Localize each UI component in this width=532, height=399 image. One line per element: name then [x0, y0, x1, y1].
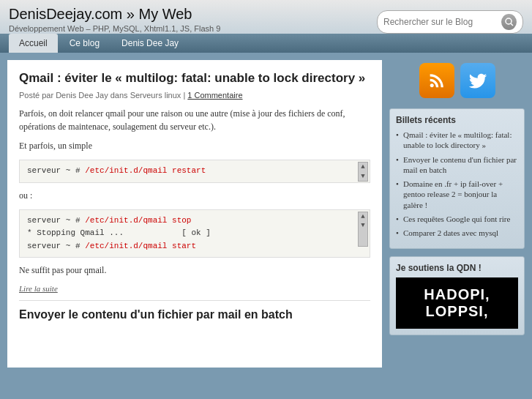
- recent-link-5[interactable]: Comparer 2 dates avec mysql: [403, 228, 498, 237]
- post-1-body4: Ne suffit pas pour qmail.: [19, 264, 370, 277]
- tagline: Développement Web – PHP, MySQL, Xhtml1.1…: [9, 24, 220, 33]
- recent-posts-title: Billets récents: [396, 115, 518, 125]
- recent-item-4: Ces requêtes Google qui font rire: [396, 214, 518, 224]
- post-1-body: Parfois, on doit relancer qmail pour une…: [19, 107, 370, 152]
- code-block-1: serveur ~ # /etc/init.d/qmail restart ▲ …: [19, 160, 370, 183]
- header: DenisDeejay.com » My Web Développement W…: [0, 0, 532, 34]
- twitter-icon[interactable]: [460, 63, 495, 98]
- main: Qmail : éviter le « multilog: fatal: una…: [0, 53, 532, 375]
- post-1: Qmail : éviter le « multilog: fatal: una…: [19, 70, 370, 293]
- svg-point-0: [506, 18, 512, 24]
- nav: Accueil Ce blog Denis Dee Jay: [0, 34, 532, 53]
- search-input[interactable]: [383, 17, 501, 27]
- search-icon[interactable]: [501, 14, 517, 30]
- scroll-down-arrow[interactable]: ▼: [361, 172, 364, 182]
- post-divider: [19, 300, 370, 301]
- qdn-box: Je soutiens la QDN ! HADOPI,LOPPSI,: [389, 256, 525, 335]
- code-2-line-2: * Stopping Qmail ... [ ok ]: [27, 227, 355, 240]
- hadopi-text: HADOPI,LOPPSI,: [424, 286, 490, 319]
- nav-item-denis[interactable]: Denis Dee Jay: [111, 34, 189, 53]
- recent-item-3: Domaine en .fr + ip fail-over + gentoo r…: [396, 179, 518, 210]
- post-1-comments-link[interactable]: 1 Commentaire: [187, 91, 242, 100]
- scroll-up-arrow-2[interactable]: ▲: [361, 212, 364, 222]
- qdn-title: Je soutiens la QDN !: [396, 263, 518, 273]
- recent-link-2[interactable]: Envoyer le contenu d'un fichier par mail…: [403, 155, 517, 174]
- scroll-down-arrow-2[interactable]: ▼: [361, 221, 364, 231]
- recent-item-2: Envoyer le contenu d'un fichier par mail…: [396, 154, 518, 176]
- content-area: Qmail : éviter le « multilog: fatal: una…: [7, 60, 382, 368]
- recent-link-4[interactable]: Ces requêtes Google qui font rire: [403, 215, 510, 223]
- code-1-prompt: serveur ~ #: [27, 166, 80, 175]
- search-box[interactable]: [377, 10, 523, 34]
- site-title: DenisDeejay.com » My Web: [9, 6, 220, 23]
- hadopi-box: HADOPI,LOPPSI,: [396, 277, 518, 329]
- post-1-body3: ou :: [19, 189, 370, 202]
- recent-link-3[interactable]: Domaine en .fr + ip fail-over + gentoo r…: [403, 179, 503, 209]
- code-2-line-3-cmd: /etc/init.d/qmail start: [85, 242, 196, 250]
- recent-link-1[interactable]: Qmail : éviter le « multilog: fatal: una…: [403, 130, 512, 149]
- recent-posts-box: Billets récents Qmail : éviter le « mult…: [389, 108, 525, 249]
- post-2: Envoyer le contenu d'un fichier par mail…: [19, 308, 370, 321]
- lire-suite-1: Lire la suite: [19, 284, 370, 293]
- nav-item-blog[interactable]: Ce blog: [59, 34, 110, 53]
- post-1-body1: Parfois, on doit relancer qmail pour une…: [19, 107, 370, 133]
- code-2-line-1-prompt: serveur ~ #: [27, 216, 85, 225]
- code-2-line-3-prompt: serveur ~ #: [27, 242, 85, 250]
- rss-icon[interactable]: [419, 63, 454, 98]
- code-2-line-1-cmd: /etc/init.d/qmail stop: [85, 216, 191, 225]
- scroll-up-arrow[interactable]: ▲: [361, 163, 364, 172]
- scroll-handle-1[interactable]: ▲ ▼: [358, 162, 368, 182]
- post-1-body2: Et parfois, un simple: [19, 139, 370, 152]
- code-2-line-2-text: * Stopping Qmail ... [ ok ]: [27, 228, 211, 237]
- post-1-meta-prefix: Posté par Denis Dee Jay dans Serveurs li…: [19, 91, 185, 100]
- sidebar: Billets récents Qmail : éviter le « mult…: [389, 60, 525, 368]
- header-left: DenisDeejay.com » My Web Développement W…: [9, 6, 220, 33]
- scroll-handle-2[interactable]: ▲ ▼: [358, 212, 368, 247]
- post-1-meta: Posté par Denis Dee Jay dans Serveurs li…: [19, 91, 370, 100]
- code-block-2: serveur ~ # /etc/init.d/qmail stop * Sto…: [19, 209, 370, 258]
- svg-line-1: [511, 23, 513, 26]
- social-icons: [389, 60, 525, 101]
- recent-item-5: Comparer 2 dates avec mysql: [396, 228, 518, 238]
- recent-item-1: Qmail : éviter le « multilog: fatal: una…: [396, 130, 518, 151]
- lire-suite-link-1[interactable]: Lire la suite: [19, 284, 58, 293]
- code-1-line: serveur ~ # /etc/init.d/qmail restart: [27, 165, 355, 178]
- nav-item-accueil[interactable]: Accueil: [9, 34, 58, 53]
- code-1-cmd: /etc/init.d/qmail restart: [85, 166, 206, 175]
- post-2-title: Envoyer le contenu d'un fichier par mail…: [19, 308, 370, 321]
- recent-posts-list: Qmail : éviter le « multilog: fatal: una…: [396, 130, 518, 239]
- code-2-line-3: serveur ~ # /etc/init.d/qmail start: [27, 240, 355, 253]
- code-2-line-1: serveur ~ # /etc/init.d/qmail stop: [27, 215, 355, 228]
- post-1-title: Qmail : éviter le « multilog: fatal: una…: [19, 70, 370, 86]
